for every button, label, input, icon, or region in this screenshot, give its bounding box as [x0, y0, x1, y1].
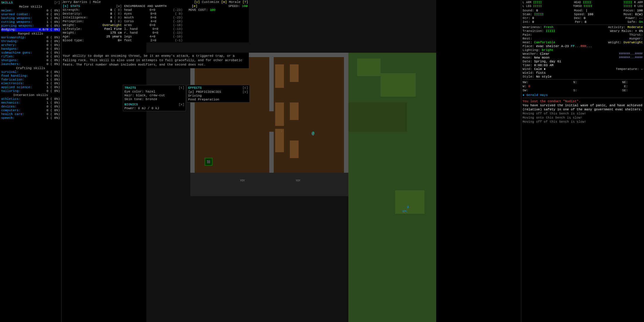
svg-text:YOY: YOY [240, 179, 245, 182]
rest-hunger-row: Rest: Hunger: [523, 37, 643, 41]
skill-bashing: bashing weapons:1 ( 0%) [1, 16, 60, 20]
enc-lhand: l. hand0+0(-13) [124, 27, 183, 31]
compass-nw: NW: [523, 80, 558, 84]
encumbrance-shortcut[interactable]: [e] [192, 4, 198, 8]
proficiencies-shortcut[interactable]: [v] [242, 90, 248, 94]
svg-rect-15 [290, 64, 299, 82]
enc-arms: arms0+0(-18) [124, 23, 183, 27]
skills-shortcut: [r] [54, 1, 60, 5]
bionics-shortcut[interactable]: [x] [179, 102, 184, 107]
message-log: You lost the conduct "Nudist". You have … [523, 99, 643, 124]
svg-text:@: @ [312, 131, 314, 136]
enc-legs: legs4+0(-10) [124, 35, 183, 39]
bionics-header[interactable]: BIONICS [124, 102, 138, 107]
left-panel: SKILLS [r] Melee skills melee:0 ( 0%) un… [0, 0, 61, 322]
stat-perception: Perception: 8 ( 8) [63, 20, 122, 23]
effects-header[interactable]: EFFECTS [188, 86, 202, 90]
melee-header: Melee skills [1, 5, 60, 9]
skill-mechanics: mechanics:1 ( 0%) [1, 101, 60, 105]
bionics-power: Power: 0 mJ / 0 kJ [124, 107, 184, 110]
skill-computers: computers:0 ( 0%) [1, 109, 60, 112]
compass-e: E: [593, 84, 628, 88]
effects-panel: EFFECTS [c] [p] PROFICIENCIES [v] Drivin… [187, 85, 250, 102]
stat-weight: Weight: Overweight [63, 23, 122, 27]
lighting-row: Lighting: bright [523, 48, 643, 52]
svg-text:YOY: YOY [296, 179, 301, 182]
trait-skin: Skin tone: bronze [124, 97, 184, 101]
game-map[interactable]: ⬛ @ YOY YOY : @ NPC [61, 0, 521, 322]
svg-text:⬛: ⬛ [207, 160, 210, 164]
compass-w: W: 0 [523, 84, 558, 88]
skills-header[interactable]: SKILLS [1, 1, 13, 5]
stats-row-4: Int: 0 Per: 8 Safe: On [523, 20, 643, 24]
pain-thirst-row: Pain: Thirst: [523, 33, 643, 37]
skill-shotguns: shotguns:0 ( 0%) [1, 59, 60, 62]
skill-unarmed: unarmed combat:0 ( 0%) [1, 13, 60, 16]
move-cost-label: MOVE COST: 100 [189, 8, 215, 12]
trait-eye-color: Eye color: hazel [124, 90, 184, 94]
svg-rect-27 [395, 190, 424, 214]
enc-feet: feet2+0(-1) [124, 39, 183, 42]
skill-handguns: handguns:0 ( 0%) [1, 47, 60, 51]
stats-row-3: Str: 0 Dex: 0 Power: -- [523, 16, 643, 20]
log-bench-1: Moving off of this bench is slow! [523, 112, 643, 116]
compass-n: N: [558, 80, 593, 84]
skill-speech: speech:1 ( 0%) [1, 116, 60, 120]
svg-text::: : [281, 130, 282, 132]
skill-throwing: throwing:0 ( 0%) [1, 40, 60, 43]
enc-torso: torso4+0(-18) [124, 20, 183, 23]
right-panel: L ARM IIIII L LEG IIIII HEAD IIIII TORSO… [521, 0, 644, 322]
stats-row-2: Stam: IIIII Speed: 100 Move: 0(W) [523, 13, 643, 16]
weariness-row: Weariness: Fresh Activity: Moderate [523, 25, 643, 29]
traits-shortcut[interactable]: [t] [179, 86, 184, 90]
skill-fabrication: fabrication:1 ( 0%) [1, 78, 60, 82]
weather-row: Weather: Clear FFFFFFF...FFFFF [523, 52, 643, 56]
compass-sw: SW: [523, 88, 558, 93]
traits-header[interactable]: TRAITS [124, 86, 136, 90]
enc-head: head0+0(-23) [124, 8, 183, 12]
customize-label: [y] Customize [m] Morale [?] [194, 0, 248, 4]
svg-rect-6 [269, 53, 274, 111]
svg-rect-16 [290, 102, 299, 120]
svg-rect-5 [344, 53, 348, 184]
compass-ne: NE: [593, 80, 628, 84]
proficiencies-label[interactable]: [p] PROFICIENCIES [188, 90, 221, 94]
skill-rifles: rifles:0 ( 0%) [1, 55, 60, 59]
skill-cutting: cutting weapons:1 ( 0%) [1, 20, 60, 24]
effect-food-prep: Food Preparation [188, 98, 248, 102]
ranged-header: Ranged skills [1, 32, 60, 36]
moon-row: Moon: New moon FFFFFFF...FFFFF [523, 56, 643, 60]
enc-rhand: r. hand0+0(-13) [124, 31, 183, 35]
skill-description: Your ability to dodge an oncoming threat… [61, 53, 249, 68]
skill-melee: melee:0 ( 0%) [1, 9, 60, 13]
skill-food-handling: food handling:0 ( 0%) [1, 74, 60, 78]
speed-label: SPEED: 100 [228, 4, 248, 8]
traits-panel: TRAITS [t] Eye color: hazel Hair: black,… [123, 85, 186, 111]
skill-devices: devices:0 ( 0%) [1, 105, 60, 109]
skill-applied-science: applied science:1 ( 0%) [1, 85, 60, 89]
skill-dodging: dodging:4.0/0 ( 0%) [1, 28, 60, 32]
stats-header[interactable]: [s] STATS [63, 4, 80, 8]
interaction-header: Interaction skills [1, 93, 60, 97]
compass-center [558, 84, 593, 88]
character-name-header: Jerry Barrios | Male [62, 0, 101, 4]
svg-rect-11 [348, 102, 407, 132]
skill-electronics: electronics:0 ( 0%) [1, 82, 60, 85]
skill-launchers: launchers:0 ( 0%) [1, 62, 60, 66]
skill-tailoring: tailoring:0 ( 0%) [1, 89, 60, 93]
stat-strength: Strength: 8 ( 8) [63, 8, 122, 12]
stat-dexterity: Dexterity: 8 ( 8) [63, 12, 122, 16]
svg-rect-10 [381, 73, 416, 97]
crafting-header: Crafting skills [1, 66, 60, 70]
heat-weight-row: Heat: Comfortable Weight: Overweight [523, 41, 643, 44]
skill-piercing: piercing weapons:0 ( 0%) [1, 24, 60, 28]
svg-text:@: @ [407, 205, 409, 209]
svg-rect-17 [290, 141, 299, 158]
compass-s: S: [558, 88, 593, 93]
log-bench-3: Moving off of this bench is slow! [523, 120, 643, 124]
encumbrance-header[interactable]: ENCUMBRANCE AND WARMTH [124, 4, 167, 8]
effects-shortcut[interactable]: [c] [242, 86, 248, 90]
time-row: Time: 8:00:03 AM [523, 64, 643, 67]
svg-rect-4 [190, 53, 195, 184]
skill-smg: submachine guns:0 ( 0%) [1, 51, 60, 55]
